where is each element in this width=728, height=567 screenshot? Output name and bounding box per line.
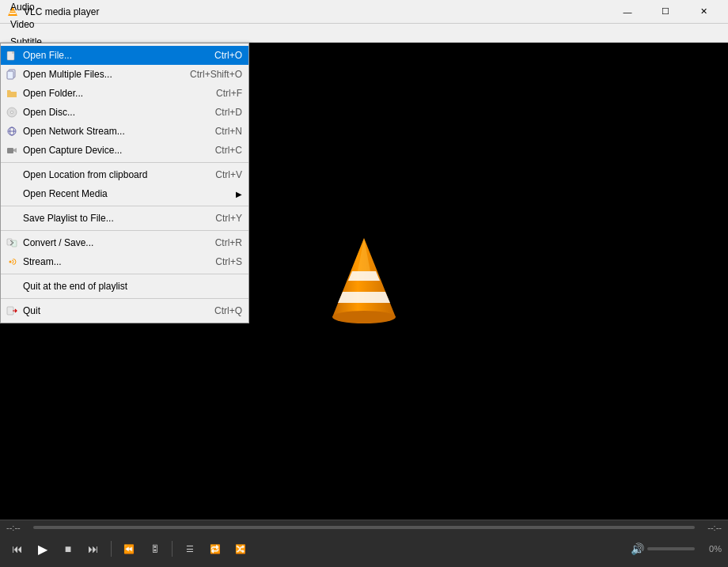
open-file-icon <box>6 49 18 62</box>
dropdown-item-open-file[interactable]: Open File...Ctrl+O <box>1 46 248 65</box>
dropdown-item-stream[interactable]: Stream...Ctrl+S <box>1 252 248 271</box>
play-button[interactable]: ▶ <box>32 538 54 560</box>
quit-label: Quit <box>23 305 199 316</box>
open-file-shortcut: Ctrl+O <box>214 50 242 61</box>
open-location-label: Open Location from clipboard <box>23 169 199 180</box>
open-multiple-label: Open Multiple Files... <box>23 69 174 80</box>
convert-shortcut: Ctrl+R <box>215 237 242 248</box>
prev-button[interactable]: ⏮ <box>6 538 28 560</box>
save-playlist-label: Save Playlist to File... <box>23 213 199 224</box>
quit-icon <box>6 304 18 317</box>
divider-2 <box>172 541 173 557</box>
divider-1 <box>111 541 112 557</box>
random-button[interactable]: 🔀 <box>229 538 252 560</box>
open-multiple-icon <box>6 68 18 81</box>
open-file-label: Open File... <box>23 50 199 61</box>
stop-button[interactable]: ■ <box>57 538 79 560</box>
svg-rect-12 <box>7 71 13 79</box>
dropdown-item-open-disc[interactable]: Open Disc...Ctrl+D <box>1 103 248 122</box>
menu-item-audio[interactable]: Audio <box>3 0 56 16</box>
svg-point-23 <box>9 261 12 263</box>
svg-marker-20 <box>13 148 17 153</box>
dropdown-item-open-folder[interactable]: Open Folder...Ctrl+F <box>1 84 248 103</box>
open-location-shortcut: Ctrl+V <box>215 169 242 180</box>
svg-rect-19 <box>7 148 13 153</box>
stream-icon <box>6 255 18 268</box>
open-multiple-shortcut: Ctrl+Shift+O <box>190 69 242 80</box>
open-disc-shortcut: Ctrl+D <box>215 107 242 118</box>
next-button[interactable]: ⏭ <box>82 538 104 560</box>
separator-separator5 <box>1 298 248 299</box>
open-folder-shortcut: Ctrl+F <box>216 88 242 99</box>
open-folder-label: Open Folder... <box>23 88 200 99</box>
svg-point-15 <box>11 112 13 113</box>
separator-separator3 <box>1 230 248 231</box>
svg-marker-4 <box>348 271 380 281</box>
dropdown-item-quit-playlist[interactable]: Quit at the end of playlist <box>1 277 248 296</box>
save-playlist-shortcut: Ctrl+Y <box>215 213 242 224</box>
eq-button[interactable]: 🎛 <box>143 538 165 560</box>
svg-marker-5 <box>338 292 390 303</box>
maximize-button[interactable]: ☐ <box>647 0 684 24</box>
volume-area: 🔊 0% <box>631 542 722 555</box>
seekbar[interactable] <box>33 526 695 529</box>
svg-point-6 <box>332 311 396 323</box>
frame-prev-button[interactable]: ⏪ <box>118 538 140 560</box>
dropdown-item-convert[interactable]: Convert / Save...Ctrl+R <box>1 233 248 252</box>
open-recent-label: Open Recent Media <box>23 188 236 199</box>
open-capture-shortcut: Ctrl+C <box>215 145 242 156</box>
stream-label: Stream... <box>23 256 199 267</box>
title-bar: VLC media player — ☐ ✕ <box>0 0 728 24</box>
dropdown-item-open-capture[interactable]: Open Capture Device...Ctrl+C <box>1 141 248 160</box>
open-folder-icon <box>6 87 18 100</box>
open-recent-arrow: ▶ <box>236 190 242 198</box>
dropdown-item-open-recent[interactable]: Open Recent Media▶ <box>1 184 248 203</box>
dropdown-item-open-multiple[interactable]: Open Multiple Files...Ctrl+Shift+O <box>1 65 248 84</box>
vlc-cone <box>317 230 411 333</box>
svg-rect-24 <box>7 307 13 315</box>
media-dropdown: Open File...Ctrl+OOpen Multiple Files...… <box>0 43 249 323</box>
open-network-label: Open Network Stream... <box>23 126 199 137</box>
separator-separator1 <box>1 162 248 163</box>
buttons-row: ⏮ ▶ ■ ⏭ ⏪ 🎛 ☰ 🔁 🔀 🔊 0% <box>0 535 728 563</box>
stream-shortcut: Ctrl+S <box>215 256 242 267</box>
menu-bar: MediaPlaybackAudioVideoSubtitleToolsView… <box>0 24 728 43</box>
dropdown-item-open-location[interactable]: Open Location from clipboardCtrl+V <box>1 165 248 184</box>
close-button[interactable]: ✕ <box>685 0 722 24</box>
window-controls: — ☐ ✕ <box>609 0 722 24</box>
open-capture-label: Open Capture Device... <box>23 145 199 156</box>
open-network-shortcut: Ctrl+N <box>215 126 242 137</box>
volume-slider[interactable] <box>647 547 695 550</box>
volume-icon: 🔊 <box>631 542 644 555</box>
menu-item-video[interactable]: Video <box>3 16 56 33</box>
separator-separator4 <box>1 274 248 274</box>
window-title: VLC media player <box>24 6 609 17</box>
quit-shortcut: Ctrl+Q <box>214 305 242 316</box>
open-disc-icon <box>6 106 18 119</box>
dropdown-item-save-playlist[interactable]: Save Playlist to File...Ctrl+Y <box>1 209 248 228</box>
quit-playlist-label: Quit at the end of playlist <box>23 281 242 292</box>
open-capture-icon <box>6 144 18 157</box>
volume-label: 0% <box>698 544 722 554</box>
minimize-button[interactable]: — <box>609 0 646 24</box>
open-disc-label: Open Disc... <box>23 107 199 118</box>
dropdown-item-quit[interactable]: QuitCtrl+Q <box>1 301 248 320</box>
time-total: --:-- <box>698 523 722 532</box>
separator-separator2 <box>1 206 248 206</box>
seekbar-row: --:-- --:-- <box>0 520 728 535</box>
loop-button[interactable]: 🔁 <box>204 538 226 560</box>
convert-label: Convert / Save... <box>23 237 199 248</box>
open-network-icon <box>6 125 18 138</box>
playlist-button[interactable]: ☰ <box>179 538 201 560</box>
dropdown-item-open-network[interactable]: Open Network Stream...Ctrl+N <box>1 122 248 141</box>
controls-area: --:-- --:-- ⏮ ▶ ■ ⏭ ⏪ 🎛 ☰ 🔁 🔀 🔊 0% <box>0 520 728 567</box>
time-elapsed: --:-- <box>6 523 30 532</box>
convert-icon <box>6 236 18 249</box>
